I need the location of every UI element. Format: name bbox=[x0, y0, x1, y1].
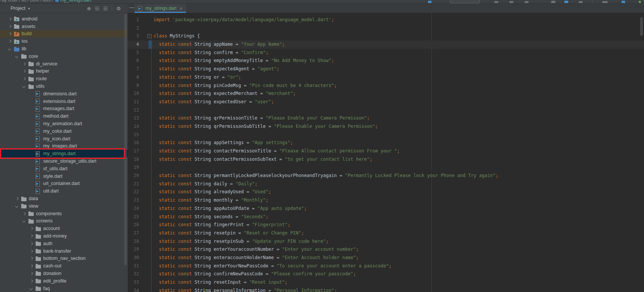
line-number[interactable]: 31 bbox=[128, 262, 145, 270]
chevron-down-icon[interactable] bbox=[15, 54, 19, 59]
code-line-8[interactable]: 8 static const String or = "or"; bbox=[128, 73, 644, 82]
tree-item-assets[interactable]: assets bbox=[0, 23, 128, 30]
toolbar-icon[interactable] bbox=[510, 1, 513, 3]
code-line-21[interactable]: 21 static const String daily = "Daily"; bbox=[128, 180, 644, 188]
chevron-down-icon[interactable] bbox=[8, 47, 12, 51]
chevron-right-icon[interactable] bbox=[22, 62, 27, 66]
code-line-1[interactable]: 1import 'package:viserpay/data/model/lan… bbox=[128, 16, 644, 24]
code-line-18[interactable]: 18 static const String contactPermissonS… bbox=[128, 155, 644, 164]
project-tree-scrollbar[interactable] bbox=[124, 14, 127, 265]
tree-item-add-money[interactable]: add-money bbox=[0, 232, 128, 240]
tree-item-method.dart[interactable]: method.dart bbox=[0, 112, 128, 120]
code-line-25[interactable]: 25 static const String seconds = "Second… bbox=[128, 213, 644, 221]
close-icon[interactable]: × bbox=[180, 6, 183, 11]
line-number[interactable]: 5 bbox=[128, 49, 145, 57]
line-number[interactable]: 34 bbox=[128, 287, 145, 292]
toolbar-icon[interactable] bbox=[564, 1, 568, 3]
line-number[interactable]: 7 bbox=[128, 65, 145, 73]
code-line-14[interactable]: 14 static const String qrPermissonSubTit… bbox=[128, 123, 644, 131]
tree-item-build[interactable]: *build bbox=[0, 30, 128, 38]
line-number[interactable]: 32 bbox=[128, 270, 145, 278]
code-line-27[interactable]: 27 static const String resetpin = "Reset… bbox=[128, 229, 644, 238]
toolbar-icon[interactable] bbox=[622, 1, 625, 3]
code-line-24[interactable]: 24 static const String appAutoUPdate = "… bbox=[128, 205, 644, 213]
code-line-16[interactable]: 16 static const String appSettings = "Ap… bbox=[128, 139, 644, 147]
line-number[interactable]: 12 bbox=[128, 106, 145, 115]
tree-item-screens[interactable]: screens bbox=[0, 217, 128, 225]
line-number[interactable]: 13 bbox=[128, 114, 145, 123]
tree-item-utils[interactable]: utils bbox=[0, 82, 128, 90]
device-icon[interactable] bbox=[428, 1, 431, 3]
line-number[interactable]: 29 bbox=[128, 245, 145, 254]
code-line-4[interactable]: 4 static const String appName = "Your Ap… bbox=[128, 40, 644, 49]
tree-item-components[interactable]: components bbox=[0, 210, 128, 217]
tree-item-sf_utils.dart[interactable]: sf_utils.dart bbox=[0, 165, 128, 172]
fold-collapse-icon[interactable]: − bbox=[147, 34, 152, 38]
tree-item-bottom_nav_section[interactable]: bottom_nav_section bbox=[0, 255, 128, 262]
code-line-19[interactable]: 19 bbox=[128, 163, 644, 172]
line-number[interactable]: 11 bbox=[128, 98, 145, 106]
chevron-down-icon[interactable] bbox=[22, 84, 27, 89]
tree-item-di_service[interactable]: di_service bbox=[0, 60, 128, 68]
code-line-32[interactable]: 32 static const String confirmNewPassCod… bbox=[128, 270, 644, 278]
tree-item-auth[interactable]: auth bbox=[0, 240, 128, 247]
tree-item-my_color.dart[interactable]: my_color.dart bbox=[0, 127, 128, 135]
chevron-right-icon[interactable] bbox=[22, 211, 27, 216]
collapse-all-icon[interactable] bbox=[95, 7, 99, 10]
line-number[interactable]: 25 bbox=[128, 213, 145, 221]
expand-all-icon[interactable] bbox=[103, 7, 108, 10]
line-number[interactable]: 27 bbox=[128, 229, 145, 238]
chevron-right-icon[interactable] bbox=[29, 271, 34, 276]
line-number[interactable]: 28 bbox=[128, 238, 145, 246]
editor-scrollbar[interactable] bbox=[640, 17, 643, 36]
tree-item-style.dart[interactable]: style.dart bbox=[0, 172, 128, 180]
tree-item-my_icon.dart[interactable]: my_icon.dart bbox=[0, 135, 128, 143]
hide-panel-icon[interactable]: — bbox=[129, 5, 134, 10]
code-line-31[interactable]: 31 static const String enterYourNewPassC… bbox=[128, 262, 644, 270]
line-number[interactable]: 10 bbox=[128, 90, 145, 98]
line-number[interactable]: 6 bbox=[128, 57, 145, 65]
tree-item-donation[interactable]: donation bbox=[0, 270, 128, 277]
chevron-right-icon[interactable] bbox=[22, 69, 27, 73]
code-line-15[interactable]: 15 bbox=[128, 131, 644, 139]
tree-item-data[interactable]: data bbox=[0, 195, 128, 202]
line-number[interactable]: 19 bbox=[128, 163, 145, 172]
line-number[interactable]: 24 bbox=[128, 205, 145, 213]
line-number[interactable]: 33 bbox=[128, 278, 145, 287]
line-number[interactable]: 1 bbox=[128, 16, 145, 24]
code-line-22[interactable]: 22 static const String alreadyUsed = "Us… bbox=[128, 188, 644, 196]
code-line-26[interactable]: 26 static const String fingerPrint = "Fi… bbox=[128, 221, 644, 229]
chevron-right-icon[interactable] bbox=[8, 39, 12, 43]
tree-item-cash-out[interactable]: cash-out bbox=[0, 262, 128, 270]
breadcrumb-file[interactable]: my_strings.dart bbox=[60, 0, 91, 3]
code-line-7[interactable]: 7 static const String expectedAgent = "a… bbox=[128, 65, 644, 73]
chevron-right-icon[interactable] bbox=[8, 31, 12, 36]
line-number[interactable]: 22 bbox=[128, 188, 145, 196]
chevron-right-icon[interactable] bbox=[8, 17, 12, 21]
tree-item-android[interactable]: android bbox=[0, 15, 128, 23]
line-number[interactable]: 21 bbox=[128, 180, 145, 188]
locate-icon[interactable]: ⊕ bbox=[87, 6, 91, 11]
chevron-right-icon[interactable] bbox=[15, 196, 19, 201]
chevron-right-icon[interactable] bbox=[29, 249, 34, 253]
tree-item-faq[interactable]: faq bbox=[0, 285, 128, 292]
line-number[interactable]: 30 bbox=[128, 254, 145, 262]
tree-item-bank-transfer[interactable]: bank-transfer bbox=[0, 247, 128, 255]
code-line-20[interactable]: 20 static const String permantlyLockedPl… bbox=[128, 172, 644, 180]
code-editor[interactable]: 1import 'package:viserpay/data/model/lan… bbox=[128, 13, 644, 292]
tree-item-util.dart[interactable]: util.dart bbox=[0, 187, 128, 195]
chevron-right-icon[interactable] bbox=[29, 234, 34, 238]
toolbar-icon[interactable] bbox=[525, 1, 528, 3]
line-number[interactable]: 18 bbox=[128, 155, 145, 164]
run-configuration-dropdown[interactable] bbox=[450, 0, 480, 3]
breadcrumb[interactable]: ViserPay User / lib / core / utils /my_s… bbox=[0, 0, 91, 3]
chevron-right-icon[interactable] bbox=[29, 279, 34, 283]
line-number[interactable]: 14 bbox=[128, 123, 145, 131]
tree-item-url_container.dart[interactable]: url_container.dart bbox=[0, 180, 128, 188]
chevron-down-icon[interactable]: ▾ bbox=[28, 6, 30, 11]
code-line-13[interactable]: 13 static const String qrPermissonTitle … bbox=[128, 114, 644, 123]
line-number[interactable]: 17 bbox=[128, 147, 145, 155]
line-number[interactable]: 16 bbox=[128, 139, 145, 147]
line-number[interactable]: 4 bbox=[128, 40, 145, 49]
toolbar-icon[interactable] bbox=[602, 1, 608, 3]
